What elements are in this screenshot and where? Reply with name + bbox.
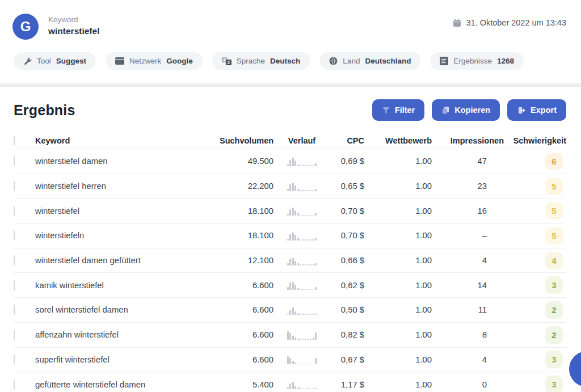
wettbewerb-cell: 1.00 <box>364 330 432 339</box>
keyword-cell[interactable]: kamik winterstiefel <box>35 281 220 290</box>
cpc-cell: 1,17 $ <box>330 380 364 389</box>
wettbewerb-cell: 1.00 <box>364 380 432 389</box>
keyword-cell[interactable]: winterstiefel herren <box>35 182 220 191</box>
col-keyword[interactable]: Keyword <box>35 136 220 145</box>
button-label: Filter <box>395 106 415 115</box>
trend-sparkline <box>273 206 330 216</box>
difficulty-badge: 5 <box>545 202 563 220</box>
keyword-cell[interactable]: winterstiefel <box>35 206 220 216</box>
copy-button[interactable]: Kopieren <box>432 99 500 121</box>
col-suchvolumen[interactable]: Suchvolumen <box>220 136 273 145</box>
table-row: winterstiefeln18.1000,70 $1.00–5 <box>14 224 566 248</box>
row-checkbox[interactable] <box>14 156 15 166</box>
difficulty-badge: 4 <box>545 252 563 269</box>
cpc-cell: 0,66 $ <box>330 256 364 265</box>
row-checkbox[interactable] <box>14 255 15 265</box>
trend-sparkline <box>273 157 330 166</box>
suchvolumen-cell: 6.600 <box>220 355 273 364</box>
impressionen-cell: 0 <box>432 380 504 389</box>
impressionen-cell: 8 <box>432 330 504 339</box>
query-header: G Keyword winterstiefel 31. Oktober 2022… <box>0 0 581 70</box>
chip-label: Tool <box>37 57 51 65</box>
difficulty-badge: 6 <box>545 153 563 170</box>
export-icon <box>517 106 526 115</box>
impressionen-cell: 4 <box>432 355 504 364</box>
cpc-cell: 0,82 $ <box>330 330 364 339</box>
keyword-cell[interactable]: winterstiefel damen gefüttert <box>35 256 220 265</box>
select-all-checkbox[interactable] <box>14 136 15 146</box>
svg-text:2: 2 <box>228 60 230 65</box>
results-actions: FilterKopierenExport <box>372 99 566 121</box>
row-checkbox[interactable] <box>14 230 15 241</box>
difficulty-badge: 2 <box>545 326 563 344</box>
keyword-cell[interactable]: affenzahn winterstiefel <box>35 330 220 339</box>
results-icon <box>440 57 448 65</box>
row-checkbox[interactable] <box>14 181 15 191</box>
row-checkbox[interactable] <box>14 305 15 315</box>
table-header-row: Keyword Suchvolumen Verlauf CPC Wettbewe… <box>14 132 566 149</box>
table-row: winterstiefel18.1000,70 $1.00165 <box>14 199 566 224</box>
col-schwierigkeit[interactable]: Schwierigkeit <box>504 136 566 145</box>
export-button[interactable]: Export <box>507 99 566 121</box>
impressionen-cell: 23 <box>432 182 504 191</box>
table-row: gefütterte winterstiefel damen5.4001,17 … <box>14 372 566 392</box>
chip-value: Deutsch <box>270 57 300 65</box>
query-parameter-chips: ToolSuggestNetzwerkGoogleA2SpracheDeutsc… <box>14 52 566 70</box>
trend-sparkline <box>273 380 330 389</box>
chip-land: LandDeutschland <box>319 52 420 70</box>
col-impressionen[interactable]: Impressionen <box>432 136 504 145</box>
chip-sprache: A2SpracheDeutsch <box>212 52 310 70</box>
section-divider <box>0 83 581 87</box>
col-wettbewerb[interactable]: Wettbewerb <box>364 136 432 145</box>
row-checkbox[interactable] <box>14 280 15 290</box>
filter-icon <box>382 106 390 115</box>
difficulty-badge: 3 <box>545 376 563 392</box>
cpc-cell: 0,62 $ <box>330 281 364 290</box>
copy-icon <box>441 106 450 115</box>
keyword-cell[interactable]: winterstiefel damen <box>35 157 220 166</box>
browser-icon <box>115 57 124 65</box>
chip-label: Sprache <box>237 57 265 65</box>
calendar-icon <box>453 19 461 27</box>
wettbewerb-cell: 1.00 <box>364 231 432 240</box>
google-logo-icon: G <box>12 14 39 40</box>
suchvolumen-cell: 6.600 <box>220 305 273 314</box>
results-title: Ergebnis <box>14 102 75 119</box>
wettbewerb-cell: 1.00 <box>364 355 432 364</box>
chip-label: Land <box>343 57 360 65</box>
trend-sparkline <box>273 355 330 364</box>
keyword-cell[interactable]: sorel winterstiefel damen <box>35 305 220 314</box>
table-row: winterstiefel herren22.2000,65 $1.00235 <box>14 174 566 199</box>
difficulty-badge: 2 <box>545 301 563 319</box>
floating-list-button[interactable] <box>569 351 581 387</box>
wettbewerb-cell: 1.00 <box>364 305 432 314</box>
row-checkbox[interactable] <box>14 380 15 390</box>
chip-value: Google <box>166 57 193 65</box>
row-checkbox[interactable] <box>14 355 15 365</box>
table-row: kamik winterstiefel6.6000,62 $1.00143 <box>14 273 566 298</box>
keyword-value: winterstiefel <box>48 26 99 36</box>
cpc-cell: 0,67 $ <box>330 355 364 364</box>
impressionen-cell: 16 <box>432 206 504 216</box>
wettbewerb-cell: 1.00 <box>364 157 432 166</box>
keyword-cell[interactable]: superfit winterstiefel <box>35 355 220 364</box>
suchvolumen-cell: 18.100 <box>220 231 273 240</box>
cpc-cell: 0,70 $ <box>330 206 364 216</box>
wettbewerb-cell: 1.00 <box>364 182 432 191</box>
row-checkbox[interactable] <box>14 330 15 340</box>
report-date-text: 31. Oktober 2022 um 13:43 <box>466 18 566 27</box>
impressionen-cell: 4 <box>432 256 504 265</box>
suchvolumen-cell: 18.100 <box>220 206 273 216</box>
col-cpc[interactable]: CPC <box>330 136 364 145</box>
trend-sparkline <box>273 182 330 191</box>
suchvolumen-cell: 49.500 <box>220 157 273 166</box>
table-row: affenzahn winterstiefel6.6000,82 $1.0082 <box>14 323 566 348</box>
difficulty-badge: 3 <box>545 351 563 368</box>
chip-value: 1268 <box>497 57 514 65</box>
suchvolumen-cell: 22.200 <box>220 182 273 191</box>
keyword-cell[interactable]: gefütterte winterstiefel damen <box>35 380 220 389</box>
suchvolumen-cell: 5.400 <box>220 380 273 389</box>
row-checkbox[interactable] <box>14 206 15 216</box>
keyword-cell[interactable]: winterstiefeln <box>35 231 220 240</box>
filter-button[interactable]: Filter <box>372 99 424 121</box>
